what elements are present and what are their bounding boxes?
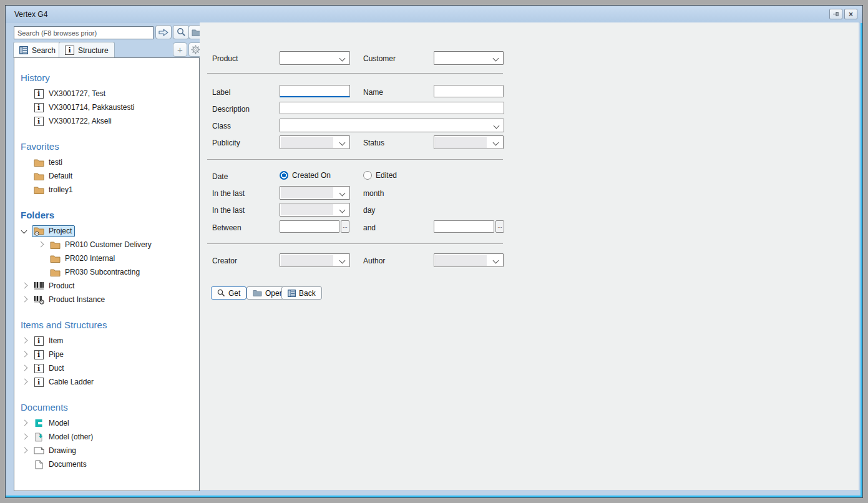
- tree-item[interactable]: Model: [14, 416, 199, 430]
- customer-label: Customer: [363, 54, 396, 63]
- pin-icon: [832, 11, 839, 17]
- section-divider: [207, 243, 503, 244]
- folder-icon: [33, 159, 44, 167]
- vertex-g4-window: Vertex G4 ×: [5, 5, 863, 498]
- chevron-right-icon[interactable]: [21, 351, 28, 358]
- list-icon: [288, 290, 296, 297]
- radio-edited[interactable]: Edited: [363, 171, 397, 180]
- customer-dropdown[interactable]: [434, 51, 504, 65]
- between-from-picker-button[interactable]: ...: [341, 220, 349, 233]
- arrow-right-icon: [158, 28, 169, 37]
- tab-search[interactable]: Search: [13, 42, 62, 58]
- product-label: Product: [212, 54, 238, 63]
- section-divider: [207, 73, 503, 74]
- section-header-favorites: Favorites: [21, 140, 199, 153]
- tree-item[interactable]: i Cable Ladder: [14, 375, 199, 389]
- tree-item[interactable]: Drawing: [14, 444, 199, 457]
- info-icon: i: [34, 117, 44, 126]
- info-icon: i: [34, 89, 44, 99]
- vertex-model-icon: [33, 419, 44, 427]
- tree-item[interactable]: Default: [14, 169, 199, 183]
- info-icon: i: [34, 378, 44, 387]
- search-form-panel: Product Customer Label Name Description …: [200, 22, 859, 490]
- chevron-right-icon[interactable]: [21, 447, 28, 454]
- pin-button[interactable]: [829, 9, 842, 19]
- chevron-right-icon[interactable]: [21, 364, 28, 372]
- tree-item[interactable]: trolley1: [14, 183, 199, 197]
- list-icon: [19, 46, 28, 54]
- info-icon: i: [65, 46, 74, 55]
- barcode-icon: [33, 281, 44, 290]
- close-icon: ×: [849, 11, 853, 18]
- close-button[interactable]: ×: [844, 9, 857, 19]
- in-the-last-day-label: In the last: [212, 206, 245, 215]
- tab-search-label: Search: [32, 46, 56, 55]
- between-to-picker-button[interactable]: ...: [495, 220, 504, 233]
- chevron-down-icon[interactable]: [21, 227, 28, 235]
- tree-item-selected[interactable]: Project: [14, 224, 199, 238]
- folder-clock-icon: [34, 227, 45, 236]
- author-dropdown[interactable]: [434, 253, 504, 267]
- radio-selected-icon: [280, 171, 288, 180]
- tree-item[interactable]: PR010 Customer Delivery: [14, 238, 199, 251]
- tree-item[interactable]: i Duct: [14, 361, 199, 375]
- search-input[interactable]: [14, 26, 154, 39]
- in-the-last-day-dropdown[interactable]: [280, 203, 350, 217]
- chevron-right-icon[interactable]: [21, 337, 28, 344]
- publicity-dropdown[interactable]: [280, 135, 350, 149]
- tree-item[interactable]: Model (other): [14, 430, 199, 444]
- barcode-clock-icon: [33, 295, 44, 305]
- tree-item[interactable]: i Item: [14, 334, 199, 348]
- product-dropdown[interactable]: [280, 51, 350, 65]
- tree-item[interactable]: PR020 Internal: [14, 251, 199, 265]
- label-input[interactable]: [280, 85, 350, 97]
- tree-item[interactable]: PR030 Subcontracting: [14, 265, 199, 279]
- tree-item[interactable]: i VX3001727, Test: [14, 87, 199, 100]
- folder-icon: [33, 172, 44, 180]
- class-label: Class: [212, 122, 231, 130]
- chevron-right-icon[interactable]: [21, 433, 28, 441]
- get-button[interactable]: Get: [211, 286, 246, 300]
- chevron-spacer: [37, 268, 44, 276]
- title-bar[interactable]: Vertex G4 ×: [6, 6, 862, 23]
- chevron-right-icon[interactable]: [21, 378, 28, 386]
- date-label: Date: [212, 172, 228, 181]
- folder-icon: [49, 255, 61, 263]
- tree-item[interactable]: Product Instance: [14, 293, 199, 306]
- creator-dropdown[interactable]: [280, 253, 350, 267]
- name-input[interactable]: [434, 85, 504, 97]
- section-header-history: History: [21, 72, 199, 84]
- tree-item[interactable]: Documents: [14, 457, 199, 471]
- chevron-right-icon[interactable]: [21, 282, 28, 290]
- add-tab-button[interactable]: +: [173, 42, 187, 57]
- tree-item[interactable]: Product: [14, 279, 199, 293]
- section-divider: [207, 159, 503, 160]
- tree-item[interactable]: i Pipe: [14, 348, 199, 361]
- info-icon: i: [34, 336, 44, 346]
- tree-item[interactable]: testi: [14, 155, 199, 169]
- publicity-label: Publicity: [212, 139, 240, 147]
- radio-unselected-icon: [363, 171, 372, 180]
- chevron-right-icon[interactable]: [21, 419, 28, 427]
- chevron-right-icon[interactable]: [37, 241, 44, 248]
- search-button[interactable]: [173, 25, 189, 39]
- folder-icon: [49, 241, 61, 249]
- tab-structure[interactable]: i Structure: [59, 42, 115, 58]
- go-button[interactable]: [155, 25, 172, 39]
- in-the-last-month-dropdown[interactable]: [280, 186, 350, 200]
- radio-created-on[interactable]: Created On: [280, 171, 331, 180]
- back-button[interactable]: Back: [281, 286, 322, 300]
- selection-highlight: Project: [32, 225, 75, 237]
- tree-item[interactable]: i VX3001722, Akseli: [14, 114, 199, 128]
- description-input[interactable]: [280, 102, 504, 114]
- gear-icon: [191, 45, 200, 54]
- status-dropdown[interactable]: [434, 135, 504, 149]
- between-to-input[interactable]: [434, 220, 494, 233]
- between-from-input[interactable]: [280, 220, 339, 233]
- folder-icon: [33, 186, 44, 194]
- between-label: Between: [212, 223, 241, 232]
- tree-item[interactable]: i VX3001714, Pakkaustesti: [14, 100, 199, 114]
- class-dropdown[interactable]: [280, 119, 504, 132]
- magnifier-icon: [217, 289, 225, 297]
- chevron-right-icon[interactable]: [21, 296, 28, 303]
